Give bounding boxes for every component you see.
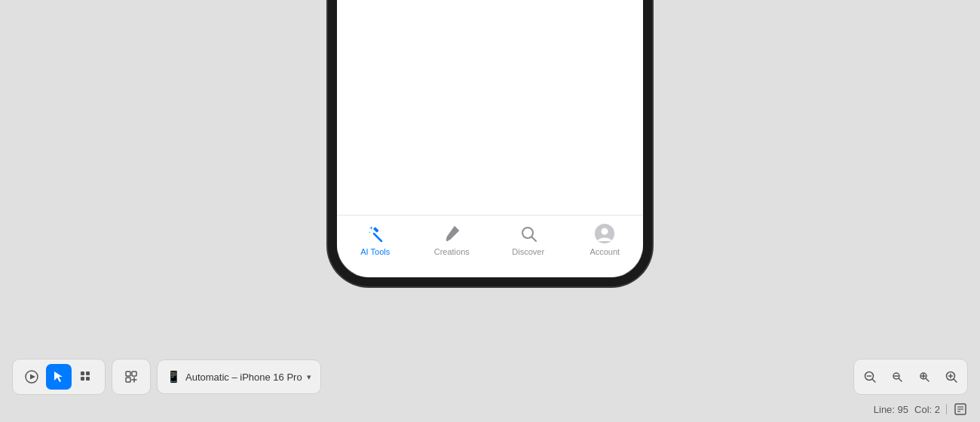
zoom-in-small-button[interactable] <box>911 364 937 390</box>
creations-icon <box>441 223 462 244</box>
line-status: Line: 95 <box>874 404 908 415</box>
zoom-tools-group <box>853 359 968 395</box>
inspect-button[interactable] <box>118 364 144 390</box>
tab-creations[interactable]: Creations <box>421 223 482 256</box>
svg-line-19 <box>899 378 902 381</box>
grid-button[interactable] <box>73 364 99 390</box>
account-icon <box>594 223 615 244</box>
svg-rect-10 <box>81 377 84 381</box>
tab-account[interactable]: Account <box>574 223 635 256</box>
svg-line-26 <box>954 380 957 383</box>
svg-line-0 <box>374 234 381 241</box>
device-selector-label: Automatic – iPhone 16 Pro <box>185 372 302 383</box>
tab-ai-tools[interactable]: AI Tools <box>345 223 406 256</box>
tab-discover-label: Discover <box>512 247 544 256</box>
bottom-toolbar: 📱 Automatic – iPhone 16 Pro ▾ <box>0 359 980 395</box>
play-button[interactable] <box>19 364 44 390</box>
tab-account-label: Account <box>590 247 620 256</box>
svg-rect-12 <box>126 372 130 376</box>
phone-content <box>337 0 643 215</box>
status-icon-button[interactable] <box>953 402 968 417</box>
svg-marker-7 <box>30 375 35 380</box>
svg-rect-9 <box>86 372 90 375</box>
playback-tools-group <box>12 359 106 395</box>
svg-rect-11 <box>86 377 90 381</box>
device-selector[interactable]: 📱 Automatic – iPhone 16 Pro ▾ <box>157 359 321 394</box>
zoom-out-button[interactable] <box>857 364 883 390</box>
inspect-tools-group <box>112 359 151 395</box>
zoom-out-small-button[interactable] <box>884 364 910 390</box>
ai-tools-icon <box>365 223 386 244</box>
phone-mockup: AI Tools Creations <box>328 0 652 286</box>
cursor-button[interactable] <box>46 364 72 390</box>
status-bar: Line: 95 Col: 2 <box>0 396 980 422</box>
col-status: Col: 2 <box>914 404 940 415</box>
tab-bar: AI Tools Creations <box>337 215 643 277</box>
zoom-in-button[interactable] <box>939 364 964 390</box>
chevron-down-icon: ▾ <box>307 372 311 382</box>
status-divider <box>946 404 947 414</box>
svg-line-22 <box>926 378 929 381</box>
device-icon: 📱 <box>167 370 181 384</box>
tab-discover[interactable]: Discover <box>498 223 559 256</box>
discover-icon <box>518 223 539 244</box>
svg-rect-13 <box>132 372 136 376</box>
svg-point-5 <box>602 228 608 235</box>
tab-ai-tools-label: AI Tools <box>360 247 390 256</box>
svg-rect-14 <box>126 378 130 382</box>
svg-line-16 <box>873 380 876 383</box>
svg-rect-8 <box>81 372 84 375</box>
tab-creations-label: Creations <box>434 247 470 256</box>
svg-line-3 <box>531 237 536 242</box>
svg-rect-1 <box>373 227 379 233</box>
